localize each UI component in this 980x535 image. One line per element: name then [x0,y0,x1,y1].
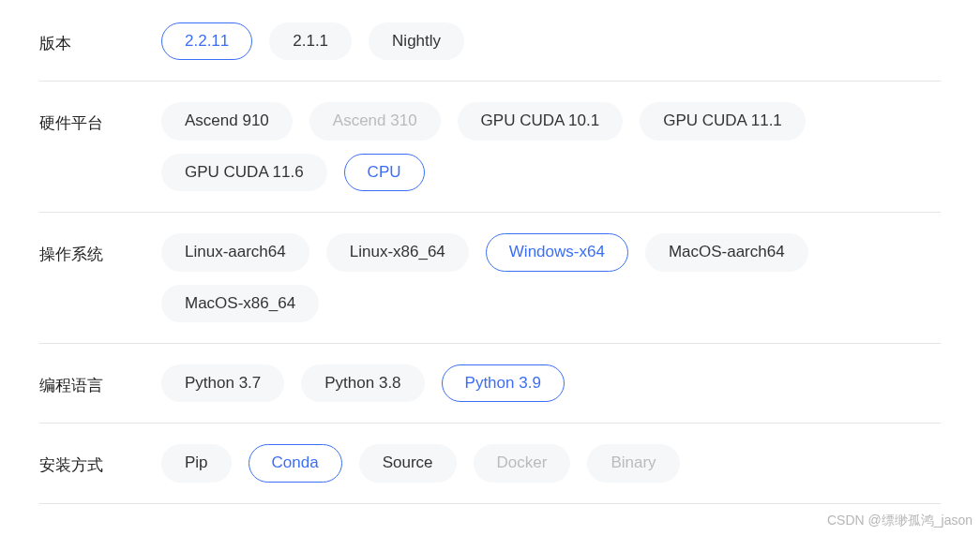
option-hardware-cuda111[interactable]: GPU CUDA 11.1 [640,102,806,140]
options-os: Linux-aarch64 Linux-x86_64 Windows-x64 M… [161,233,941,322]
options-install: Pip Conda Source Docker Binary [161,444,941,482]
option-os-linux-x8664[interactable]: Linux-x86_64 [326,233,469,271]
option-language-py39[interactable]: Python 3.9 [442,364,565,402]
option-os-linux-aarch64[interactable]: Linux-aarch64 [161,233,309,271]
options-version: 2.2.11 2.1.1 Nightly [161,22,941,60]
row-version: 版本 2.2.11 2.1.1 Nightly [39,0,941,82]
option-hardware-cuda116[interactable]: GPU CUDA 11.6 [161,154,327,191]
option-install-binary: Binary [587,444,679,482]
option-os-macos-x8664[interactable]: MacOS-x86_64 [161,285,319,322]
row-label-install: 安装方式 [39,444,161,476]
option-hardware-cuda101[interactable]: GPU CUDA 10.1 [458,102,624,140]
option-install-docker: Docker [474,444,571,482]
row-label-version: 版本 [39,22,161,54]
option-os-macos-aarch64[interactable]: MacOS-aarch64 [645,233,808,271]
row-label-language: 编程语言 [39,364,161,396]
row-os: 操作系统 Linux-aarch64 Linux-x86_64 Windows-… [39,213,941,344]
option-language-py37[interactable]: Python 3.7 [161,364,284,402]
option-version-2-1-1[interactable]: 2.1.1 [269,22,352,60]
option-install-source[interactable]: Source [359,444,457,482]
option-version-nightly[interactable]: Nightly [369,22,464,60]
row-hardware: 硬件平台 Ascend 910 Ascend 310 GPU CUDA 10.1… [39,82,941,213]
option-install-conda[interactable]: Conda [249,444,342,482]
option-hardware-cpu[interactable]: CPU [344,154,425,191]
option-install-pip[interactable]: Pip [161,444,232,482]
row-label-hardware: 硬件平台 [39,102,161,134]
option-hardware-ascend310: Ascend 310 [309,102,441,140]
option-language-py38[interactable]: Python 3.8 [301,364,424,402]
selector-container: 版本 2.2.11 2.1.1 Nightly 硬件平台 Ascend 910 … [0,0,980,504]
watermark: CSDN @缥缈孤鸿_jason [827,513,972,529]
row-language: 编程语言 Python 3.7 Python 3.8 Python 3.9 [39,344,941,424]
row-install: 安装方式 Pip Conda Source Docker Binary [39,424,941,503]
options-language: Python 3.7 Python 3.8 Python 3.9 [161,364,941,402]
row-label-os: 操作系统 [39,233,161,265]
option-hardware-ascend910[interactable]: Ascend 910 [161,102,293,140]
option-version-2-2-11[interactable]: 2.2.11 [161,22,252,60]
option-os-windows-x64[interactable]: Windows-x64 [486,233,628,271]
options-hardware: Ascend 910 Ascend 310 GPU CUDA 10.1 GPU … [161,102,941,191]
